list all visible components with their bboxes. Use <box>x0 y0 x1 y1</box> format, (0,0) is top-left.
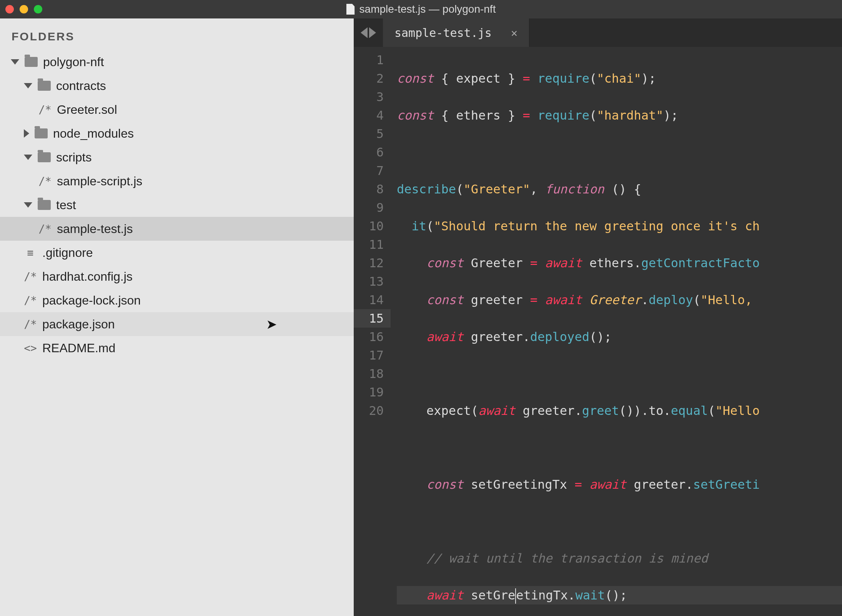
document-icon <box>346 4 355 15</box>
line-number: 2 <box>354 69 384 88</box>
tree-label: hardhat.config.js <box>42 270 133 284</box>
tree-label: scripts <box>56 150 92 165</box>
tree-folder-test[interactable]: test <box>0 193 354 217</box>
tree-file[interactable]: <> README.md <box>0 336 354 360</box>
editor-pane: sample-test.js ✕ 1 2 3 4 5 6 7 8 9 10 11… <box>354 18 842 616</box>
tree-label: polygon-nft <box>43 55 104 69</box>
tabbar: sample-test.js ✕ <box>354 18 842 47</box>
file-icon: ≡ <box>24 246 37 259</box>
line-number: 7 <box>354 161 384 180</box>
chevron-down-icon <box>24 155 32 160</box>
sidebar: FOLDERS polygon-nft contracts /* Greeter… <box>0 18 354 616</box>
line-number: 14 <box>354 291 384 309</box>
titlebar: sample-test.js — polygon-nft <box>0 0 842 18</box>
nav-forward-icon[interactable] <box>369 27 376 38</box>
tree-folder-scripts[interactable]: scripts <box>0 145 354 169</box>
code-area[interactable]: 1 2 3 4 5 6 7 8 9 10 11 12 13 14 15 16 1… <box>354 47 842 616</box>
tab-label: sample-test.js <box>394 26 492 40</box>
tree-label: sample-script.js <box>57 174 142 188</box>
line-number: 6 <box>354 143 384 161</box>
line-number: 15 <box>354 309 391 328</box>
tree-label: package.json <box>42 317 115 331</box>
close-window-button[interactable] <box>5 5 14 13</box>
tree-label: Greeter.sol <box>57 103 117 117</box>
folder-icon <box>35 128 48 138</box>
line-number: 19 <box>354 383 384 401</box>
line-number: 20 <box>354 401 384 420</box>
maximize-window-button[interactable] <box>34 5 42 13</box>
line-number: 10 <box>354 217 384 235</box>
tree-label: test <box>56 198 76 212</box>
tree-file[interactable]: /* package-lock.json <box>0 288 354 312</box>
line-number: 4 <box>354 106 384 125</box>
file-icon: <> <box>24 342 37 355</box>
window-title-text: sample-test.js — polygon-nft <box>359 3 496 15</box>
chevron-down-icon <box>11 59 19 65</box>
line-number: 3 <box>354 88 384 106</box>
file-icon: /* <box>24 294 37 307</box>
line-number: 17 <box>354 346 384 365</box>
tree-label: sample-test.js <box>57 222 133 236</box>
file-icon: /* <box>24 318 37 331</box>
tree-folder-node-modules[interactable]: node_modules <box>0 122 354 145</box>
line-number: 1 <box>354 51 384 69</box>
window-controls <box>5 5 42 13</box>
folder-icon <box>38 81 51 91</box>
line-number: 5 <box>354 125 384 143</box>
workarea: FOLDERS polygon-nft contracts /* Greeter… <box>0 18 842 616</box>
line-number: 18 <box>354 365 384 383</box>
tree-file[interactable]: /* sample-script.js <box>0 169 354 193</box>
line-gutter: 1 2 3 4 5 6 7 8 9 10 11 12 13 14 15 16 1… <box>354 47 391 616</box>
close-tab-icon[interactable]: ✕ <box>511 27 518 39</box>
line-number: 8 <box>354 180 384 198</box>
file-icon: /* <box>38 103 52 116</box>
line-number: 11 <box>354 235 384 254</box>
tree-file-active[interactable]: /* sample-test.js <box>0 217 354 241</box>
sidebar-header: FOLDERS <box>0 30 354 50</box>
file-icon: /* <box>24 270 37 283</box>
folder-icon <box>38 200 51 210</box>
tab-history-nav <box>354 18 383 47</box>
tree-file[interactable]: /* package.json ➤ <box>0 312 354 336</box>
tree-folder-contracts[interactable]: contracts <box>0 74 354 98</box>
folder-icon <box>25 57 38 67</box>
tree-file[interactable]: /* hardhat.config.js <box>0 265 354 288</box>
chevron-right-icon <box>24 129 29 138</box>
line-number: 16 <box>354 328 384 346</box>
chevron-down-icon <box>24 202 32 208</box>
tree-label: .gitignore <box>42 246 93 260</box>
tree-file[interactable]: ≡ .gitignore <box>0 241 354 265</box>
chevron-down-icon <box>24 83 32 88</box>
line-number: 12 <box>354 254 384 272</box>
folder-icon <box>38 152 51 162</box>
tree-file[interactable]: /* Greeter.sol <box>0 98 354 122</box>
line-number: 9 <box>354 198 384 217</box>
tab-active[interactable]: sample-test.js ✕ <box>383 18 529 47</box>
window-title: sample-test.js — polygon-nft <box>346 3 496 15</box>
tree-label: contracts <box>56 79 106 93</box>
code-content[interactable]: const { expect } = require("chai"); cons… <box>391 47 842 616</box>
file-icon: /* <box>38 175 52 188</box>
line-number: 13 <box>354 272 384 291</box>
tree-label: package-lock.json <box>42 293 141 308</box>
tree-label: node_modules <box>53 127 134 141</box>
folder-tree: polygon-nft contracts /* Greeter.sol nod… <box>0 50 354 360</box>
tree-folder-root[interactable]: polygon-nft <box>0 50 354 74</box>
nav-back-icon[interactable] <box>361 27 368 38</box>
tree-label: README.md <box>42 341 115 355</box>
minimize-window-button[interactable] <box>20 5 28 13</box>
cursor-icon: ➤ <box>266 316 277 332</box>
file-icon: /* <box>38 223 52 235</box>
